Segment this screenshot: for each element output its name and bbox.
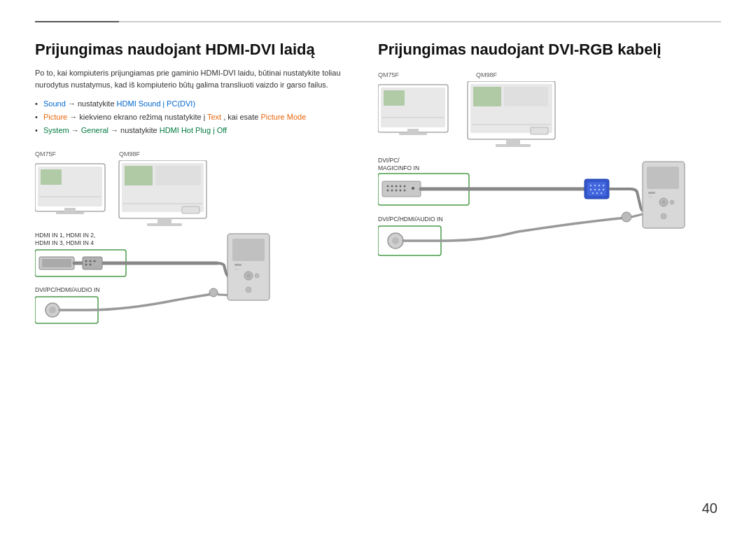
svg-rect-47 — [496, 144, 531, 147]
svg-point-36 — [49, 307, 56, 314]
bullet3-text2: → nustatykite — [111, 126, 160, 134]
bullet1-highlight2: HDMI Sound į PC(DVI) — [117, 99, 195, 108]
right-monitor2-label: QM98F — [476, 71, 497, 78]
bullet-1: Sound → nustatykite HDMI Sound į PC(DVI) — [35, 97, 350, 111]
right-connection-svg: DVI/PC/ MAGICINFO IN — [378, 81, 721, 298]
svg-point-78 — [596, 192, 598, 194]
svg-point-74 — [594, 189, 596, 190]
svg-point-64 — [400, 190, 402, 192]
right-monitor1-label: QM75F — [378, 71, 399, 78]
svg-point-21 — [90, 260, 92, 262]
bullet2-highlight3: Picture Mode — [260, 113, 306, 121]
left-monitor1-label: QM75F — [35, 150, 56, 157]
svg-rect-4 — [41, 169, 62, 185]
svg-point-79 — [601, 192, 602, 194]
svg-point-61 — [387, 190, 389, 192]
bullet1-highlight1: Sound — [43, 99, 66, 108]
svg-text:DVI/PC/HDMI/AUDIO IN: DVI/PC/HDMI/AUDIO IN — [378, 216, 443, 223]
svg-rect-13 — [182, 206, 200, 213]
svg-rect-55 — [382, 181, 421, 197]
svg-text:MAGICINFO IN: MAGICINFO IN — [378, 164, 419, 171]
svg-point-62 — [391, 190, 393, 192]
svg-rect-41 — [399, 133, 427, 135]
svg-text:DVI/PC/: DVI/PC/ — [378, 157, 400, 164]
svg-point-31 — [246, 287, 251, 293]
svg-point-75 — [598, 189, 600, 190]
bullet3-highlight2: General — [81, 126, 108, 134]
bullet1-text1: → nustatykite — [68, 99, 117, 108]
svg-point-83 — [662, 200, 666, 204]
svg-point-24 — [90, 264, 92, 266]
svg-rect-81 — [647, 167, 679, 189]
left-column: Prijungimas naudojant HDMI-DVI laidą Po … — [35, 41, 350, 338]
bullet-list: Sound → nustatykite HDMI Sound į PC(DVI)… — [35, 97, 350, 136]
svg-point-72 — [603, 185, 604, 186]
left-description: Po to, kai kompiuteris prijungiamas prie… — [35, 67, 350, 90]
svg-point-20 — [85, 260, 88, 262]
svg-point-23 — [85, 264, 88, 266]
bullet-3: System → General → nustatykite HDMI Hot … — [35, 124, 350, 137]
svg-point-60 — [404, 185, 406, 188]
bullet2-text1: → kiekvieno ekrano režimą nustatykite į — [69, 113, 207, 121]
svg-rect-18 — [42, 259, 71, 267]
bullet3-text1: → — [71, 126, 81, 134]
bullet-2: Picture → kiekvieno ekrano režimą nustat… — [35, 111, 350, 124]
svg-point-69 — [590, 185, 592, 186]
svg-point-92 — [622, 212, 631, 222]
svg-point-66 — [412, 187, 414, 190]
left-connection-svg: HDMI IN 1, HDMI IN 2, HDMI IN 3, HDMI IN… — [35, 160, 329, 335]
svg-point-37 — [209, 288, 218, 297]
bullet2-text2: , kai esate — [223, 113, 260, 121]
top-divider — [35, 21, 721, 22]
svg-point-59 — [400, 185, 402, 188]
svg-point-22 — [94, 260, 96, 262]
svg-rect-9 — [147, 223, 182, 226]
right-diagram: QM75F QM98F — [378, 67, 721, 301]
svg-point-76 — [603, 189, 604, 190]
svg-rect-29 — [234, 264, 241, 266]
left-monitor2-label: QM98F — [119, 150, 140, 157]
svg-point-56 — [387, 185, 389, 188]
right-title: Prijungimas naudojant DVI-RGB kabelį — [378, 41, 721, 59]
left-title: Prijungimas naudojant HDMI-DVI laidą — [35, 41, 350, 59]
svg-text:DVI/PC/HDMI/AUDIO IN: DVI/PC/HDMI/AUDIO IN — [35, 286, 100, 293]
svg-rect-8 — [158, 218, 172, 223]
svg-text:HDMI IN 1, HDMI IN 2,: HDMI IN 1, HDMI IN 2, — [35, 232, 95, 239]
svg-rect-42 — [384, 90, 405, 106]
svg-point-65 — [404, 190, 406, 192]
svg-rect-46 — [506, 139, 520, 144]
svg-rect-49 — [504, 87, 548, 106]
svg-text:HDMI IN 3, HDMI IN 4: HDMI IN 3, HDMI IN 4 — [35, 239, 94, 246]
page-container: Prijungimas naudojant HDMI-DVI laidą Po … — [0, 0, 756, 534]
svg-rect-48 — [473, 87, 501, 106]
svg-point-57 — [391, 185, 393, 188]
page-number: 40 — [702, 500, 718, 517]
svg-point-70 — [594, 185, 596, 186]
svg-point-63 — [396, 190, 398, 192]
svg-point-73 — [590, 189, 592, 190]
bullet2-highlight2: Text — [207, 113, 221, 121]
svg-rect-30 — [234, 269, 239, 270]
svg-point-58 — [396, 185, 398, 188]
svg-point-86 — [661, 213, 666, 219]
svg-rect-85 — [648, 196, 652, 197]
svg-rect-51 — [531, 127, 548, 134]
bullet2-highlight1: Picture — [43, 113, 67, 121]
svg-point-91 — [392, 237, 399, 244]
svg-rect-84 — [648, 192, 655, 194]
svg-point-32 — [255, 274, 259, 278]
top-divider-accent — [35, 21, 119, 22]
left-diagram: QM75F QM98F — [35, 146, 350, 338]
right-column: Prijungimas naudojant DVI-RGB kabelį QM7… — [378, 41, 721, 338]
bullet3-highlight1: System — [43, 126, 69, 134]
svg-rect-10 — [125, 166, 153, 185]
svg-point-77 — [592, 192, 594, 194]
bullet3-highlight3: HDMI Hot Plug į Off — [160, 126, 227, 134]
svg-point-28 — [246, 274, 251, 278]
svg-rect-11 — [155, 166, 201, 185]
svg-point-87 — [670, 200, 674, 204]
svg-point-71 — [598, 185, 600, 186]
svg-rect-26 — [232, 239, 265, 261]
svg-rect-2 — [64, 208, 76, 212]
svg-rect-19 — [83, 257, 102, 269]
